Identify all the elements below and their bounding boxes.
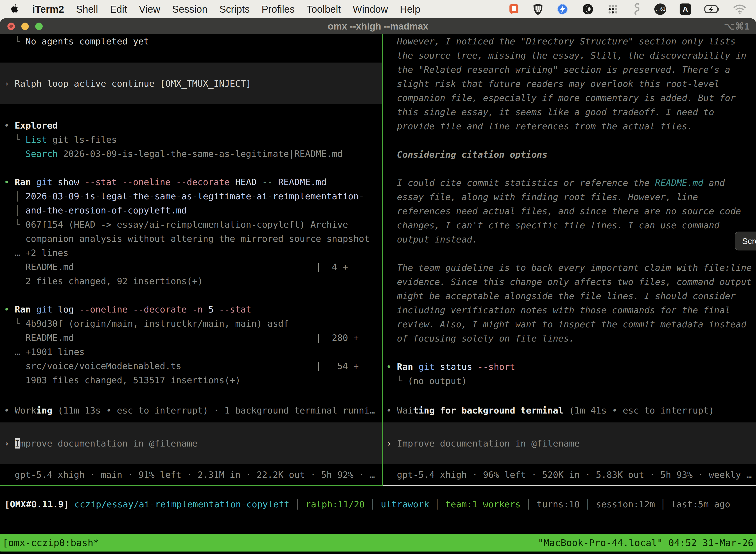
left-pane-bottom: • Working (11m 13s • esc to interrupt) ·… <box>0 403 382 485</box>
coin-badge-label: ..61 <box>655 7 666 12</box>
coin-badge-icon[interactable]: ..61 <box>654 3 666 15</box>
terminal-row: └ (no output) <box>383 374 756 388</box>
terminal-row: review. Also, I might want to inspect th… <box>383 317 756 331</box>
terminal-row <box>0 104 382 118</box>
prompt-input[interactable]: › Ralph loop active continue [OMX_TMUX_I… <box>0 63 382 104</box>
terminal-row: Search 2026-03-09-is-legal-the-same-as-l… <box>0 147 382 161</box>
terminal-row: evidence. Since this change only affects… <box>383 275 756 289</box>
shield-grid-icon[interactable] <box>533 3 543 15</box>
moon-icon[interactable] <box>582 3 594 15</box>
pane-bottom-border <box>0 485 756 486</box>
apple-menu-icon[interactable] <box>10 4 20 15</box>
menu-item-toolbelt[interactable]: Toolbelt <box>307 4 341 15</box>
terminal-row: essay file, along with finding root file… <box>383 190 756 204</box>
terminal-row <box>383 133 756 148</box>
menu-item-shell[interactable]: Shell <box>76 4 98 15</box>
terminal-row <box>0 288 382 302</box>
squiggle-icon[interactable] <box>632 2 641 16</box>
terminal-row: the source tree, missing the essay. Stil… <box>383 48 756 63</box>
terminal-row: companion file, especially if more comme… <box>383 91 756 105</box>
terminal-row: src/voice/voiceModeEnabled.ts | 54 + <box>0 359 382 373</box>
menu-item-help[interactable]: Help <box>400 4 420 15</box>
terminal-row <box>0 161 382 175</box>
terminal-row: › Ralph loop active continue [OMX_TMUX_I… <box>0 76 382 91</box>
dots-grid-icon[interactable] <box>607 3 619 15</box>
right-pane-output: However, I noticed the "Directory Struct… <box>383 34 756 388</box>
menu-item-scripts[interactable]: Scripts <box>219 4 250 15</box>
omx-status-bar: [OMX#0.11.9] cczip/essay/ai-reimplementa… <box>0 486 756 511</box>
menu-item-edit[interactable]: Edit <box>110 4 127 15</box>
bolt-badge-icon[interactable] <box>557 3 568 15</box>
terminal-row: … +1901 lines <box>0 345 382 359</box>
terminal-row: › Improve documentation in @filename <box>0 436 382 450</box>
terminal-row: README.md | 4 + <box>0 260 382 274</box>
terminal-row: └ No agents completed yet <box>0 34 382 48</box>
terminal-row: • Explored <box>0 118 382 132</box>
terminal-row: 2 files changed, 92 insertions(+) <box>0 274 382 288</box>
terminal-row: • Waiting for background terminal (1m 41… <box>383 403 756 418</box>
terminal-row: … +2 lines <box>0 246 382 260</box>
title-bar: omx --xhigh --madmax ⌥⌘1 <box>0 18 756 34</box>
terminal-row: └ 067f154 (HEAD -> essay/ai-reimplementa… <box>0 217 382 232</box>
terminal-row: • Ran git show --stat --oneline --decora… <box>0 175 382 189</box>
terminal-row <box>383 246 756 261</box>
inactive-pane-border <box>383 485 756 486</box>
terminal-row: this single essay, it seems like a good … <box>383 105 756 119</box>
battery-icon[interactable] <box>704 4 720 15</box>
right-pane[interactable]: However, I noticed the "Directory Struct… <box>383 34 756 485</box>
terminal-row: of focusing solely on file lines. <box>383 331 756 345</box>
terminal-row <box>383 162 756 176</box>
terminal-row: 1903 files changed, 513517 insertions(+) <box>0 373 382 387</box>
tmux-host-clock: "MacBook-Pro-44.local" 04:52 31-Mar-26 <box>538 537 754 548</box>
terminal-row: Considering citation options <box>383 148 756 162</box>
terminal-row: might be acceptable alongside the file l… <box>383 289 756 303</box>
terminal-row: gpt-5.4 xhigh · 96% left · 520K in · 5.8… <box>383 467 756 482</box>
iterm-window: omx --xhigh --madmax ⌥⌘1 └ No agents com… <box>0 18 756 554</box>
terminal-row: • Ran git log --oneline --decorate -n 5 … <box>0 302 382 317</box>
terminal-row: I could cite commit statistics or refere… <box>383 176 756 190</box>
terminal-row: └ List git ls-files <box>0 132 382 147</box>
terminal-row: │ and-the-erosion-of-copyleft.md <box>0 203 382 217</box>
terminal-row: README.md | 280 + <box>0 331 382 345</box>
menu-bar: iTerm2 Shell Edit View Session Scripts P… <box>0 0 756 18</box>
terminal-row: including verification notes with those … <box>383 303 756 317</box>
terminal-row: references need actual files, and since … <box>383 204 756 218</box>
left-pane[interactable]: └ No agents completed yet › Ralph loop a… <box>0 34 382 485</box>
terminal-row: slight risk that future readers may over… <box>383 77 756 91</box>
input-source-icon[interactable]: A <box>680 3 691 15</box>
active-pane-border <box>0 485 383 486</box>
terminal-row: gpt-5.4 xhigh · main · 91% left · 2.31M … <box>0 467 382 482</box>
terminal-row: The team guideline is to back every impo… <box>383 261 756 275</box>
terminal-area: └ No agents completed yet › Ralph loop a… <box>0 34 756 485</box>
window-title: omx --xhigh --madmax <box>0 21 756 32</box>
screen-tooltip: Scre <box>735 232 756 251</box>
right-pane-bottom: • Waiting for background terminal (1m 41… <box>383 403 756 485</box>
menu-item-window[interactable]: Window <box>353 4 388 15</box>
terminal-row: provide file and line references from th… <box>383 119 756 133</box>
prompt-input[interactable]: › Improve documentation in @filename <box>0 423 382 464</box>
tmux-session-label[interactable]: [omx-cczip0:bash* <box>2 537 99 548</box>
left-pane-output: └ No agents completed yet › Ralph loop a… <box>0 34 382 387</box>
terminal-row: output instead. <box>383 232 756 246</box>
screen: iTerm2 Shell Edit View Session Scripts P… <box>0 0 756 18</box>
terminal-row: • Ran git status --short <box>383 359 756 374</box>
terminal-row: › Improve documentation in @filename <box>383 436 756 450</box>
menu-item-profiles[interactable]: Profiles <box>262 4 295 15</box>
window-shortcut: ⌥⌘1 <box>724 21 750 32</box>
prompt-input[interactable]: › Improve documentation in @filename <box>383 423 756 464</box>
status-icons: ..61 A <box>508 2 746 16</box>
menu-item-session[interactable]: Session <box>172 4 207 15</box>
terminal-row <box>383 345 756 359</box>
terminal-row: • Working (11m 13s • esc to interrupt) ·… <box>0 403 382 418</box>
tmux-status-bar: [omx-cczip0:bash* "MacBook-Pro-44.local"… <box>0 534 756 552</box>
terminal-row: changes, I can't cite specific file line… <box>383 218 756 232</box>
screenshot-icon[interactable] <box>508 3 519 15</box>
terminal-row: └ 4b9d30f (origin/main, instructkr/main,… <box>0 317 382 331</box>
terminal-row <box>0 48 382 63</box>
menu-item-app[interactable]: iTerm2 <box>32 4 64 15</box>
wifi-icon[interactable] <box>733 4 746 14</box>
input-source-label: A <box>683 5 688 13</box>
terminal-row: │ 2026-03-09-is-legal-the-same-as-legiti… <box>0 189 382 203</box>
screen-tooltip-label: Scre <box>742 236 756 246</box>
menu-item-view[interactable]: View <box>139 4 160 15</box>
